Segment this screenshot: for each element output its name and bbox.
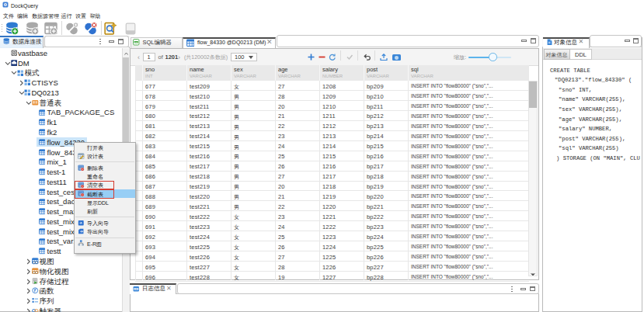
- svg-text:SQL: SQL: [134, 41, 138, 43]
